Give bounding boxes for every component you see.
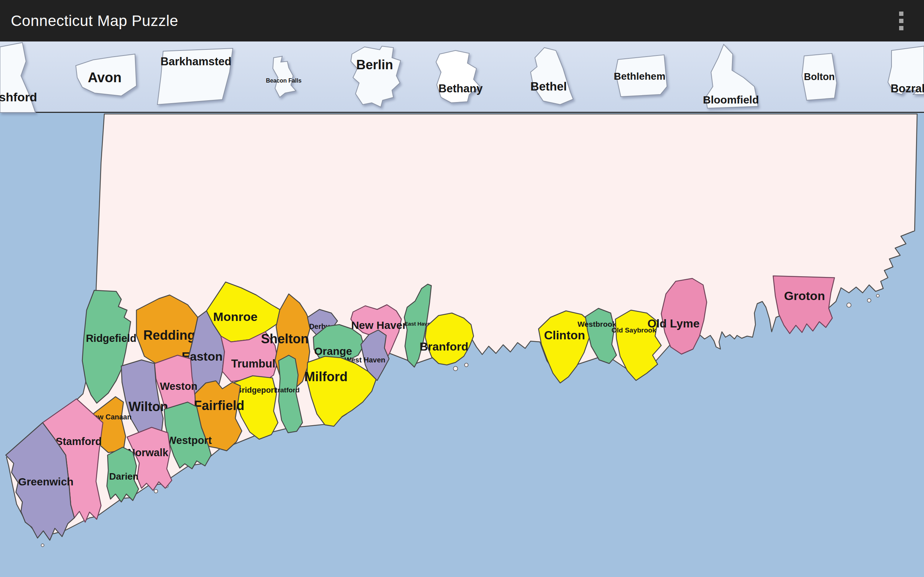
tray-piece-label-bozrah: Bozrah <box>890 82 924 95</box>
town-label-bridgeport: Bridgeport <box>236 385 277 395</box>
town-label-westport: Westport <box>166 435 212 446</box>
tray-divider <box>0 112 924 113</box>
town-label-milford: Milford <box>304 369 347 384</box>
overflow-dot <box>899 19 903 23</box>
town-label-shelton: Shelton <box>261 331 309 346</box>
overflow-dot <box>899 26 903 30</box>
town-label-clinton: Clinton <box>544 329 585 342</box>
island <box>847 303 851 307</box>
overflow-dot <box>899 11 903 16</box>
tray-piece-label-bethlehem: Bethlehem <box>614 71 665 82</box>
town-label-branford: Branford <box>419 340 468 353</box>
app-bar: Connecticut Map Puzzle <box>0 0 924 42</box>
tray-piece-label-bethel: Bethel <box>531 80 567 93</box>
tray-piece-label-berlin: Berlin <box>356 57 393 72</box>
overflow-menu-icon[interactable] <box>888 5 914 37</box>
town-label-wilton: Wilton <box>129 399 168 414</box>
town-label-greenwich: Greenwich <box>18 475 73 488</box>
tray-piece-label-avon: Avon <box>88 70 122 85</box>
town-label-darien: Darien <box>109 471 139 482</box>
tray-piece-label-bolton: Bolton <box>804 71 835 82</box>
puzzle-scene: RidgefieldReddingMonroeEastonWestonWilto… <box>0 42 924 577</box>
tray-piece-label-ashford: shford <box>0 90 37 104</box>
tray-piece-label-barkhamsted: Barkhamsted <box>161 55 231 68</box>
town-label-old-lyme: Old Lyme <box>648 317 700 330</box>
town-label-stamford: Stamford <box>56 436 102 447</box>
town-label-ridgefield: Ridgefield <box>86 332 136 344</box>
town-label-trumbull: Trumbull <box>231 357 279 370</box>
island <box>465 363 468 367</box>
island <box>41 544 44 547</box>
tray-piece-label-bloomfield: Bloomfield <box>703 94 759 106</box>
island <box>154 489 158 493</box>
town-label-weston: Weston <box>160 380 197 392</box>
town-label-westbrook: Westbrook <box>577 320 617 328</box>
town-label-orange-town: Orange <box>314 345 352 357</box>
island <box>876 294 879 297</box>
island <box>867 298 871 302</box>
island <box>453 366 458 371</box>
tray-piece-label-bethany: Bethany <box>439 82 483 95</box>
app-title: Connecticut Map Puzzle <box>0 12 178 29</box>
tray-piece-label-beacon-falls: Beacon Falls <box>266 77 302 84</box>
town-label-redding: Redding <box>143 328 195 343</box>
town-label-monroe: Monroe <box>213 310 258 324</box>
town-label-groton: Groton <box>784 289 825 303</box>
town-label-fairfield: Fairfield <box>194 398 244 413</box>
town-label-new-haven: New Haven <box>351 319 409 331</box>
